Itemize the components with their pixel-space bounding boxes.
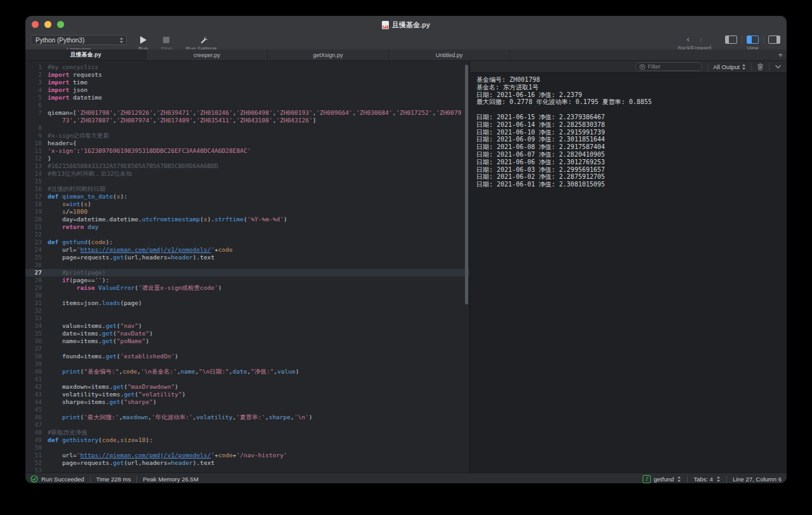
editor-scrollbar[interactable]	[465, 65, 468, 304]
view-left-panel-button[interactable]	[725, 36, 737, 44]
code-line[interactable]: 18 s=int(s)	[25, 200, 469, 208]
code-line[interactable]: 16#且慢的时间戳转日期	[25, 185, 469, 193]
code-line[interactable]: 8	[25, 124, 469, 132]
toolbar: Python (Python3) Language Run Stop	[25, 34, 787, 49]
code-line[interactable]: 31 items=json.loads(page)	[25, 299, 469, 307]
code-line[interactable]: 24 url='https://qieman.com/pmdj/v1/pomod…	[25, 246, 469, 254]
line-number: 53	[25, 467, 48, 473]
code-line[interactable]: 48#获取历史净值	[25, 429, 469, 436]
code-line[interactable]: 29 raise ValueError('请设置x-sign或检查code')	[25, 284, 469, 292]
code-line[interactable]: 14#前13位为时间戳，后32位未知	[25, 170, 469, 178]
code-line[interactable]: 49def gethistory(code,size=10):	[25, 436, 469, 444]
code-line[interactable]: 2import requests	[25, 71, 469, 79]
code-line[interactable]: 6	[25, 101, 469, 109]
code-line[interactable]: 1#by concyclics	[25, 63, 469, 71]
code-line[interactable]: 3import time	[25, 79, 469, 86]
code-line[interactable]: 11'x-sign':'1623897696198395318DDBC26EFC…	[25, 147, 469, 155]
code-text: import time	[48, 79, 469, 86]
code-line[interactable]: 5import datetime	[25, 94, 469, 101]
code-line[interactable]: 41	[25, 375, 469, 383]
code-line[interactable]: 36 name=items.get("poName")	[25, 337, 469, 345]
tab-creeper.py[interactable]: creeper.py	[147, 49, 268, 60]
code-line[interactable]: 15	[25, 178, 469, 185]
status-bar: Run Succeeded Time 228 ms Peak Memory 26…	[25, 473, 787, 483]
line-number: 37	[25, 345, 48, 353]
function-selector[interactable]: f getfund	[643, 475, 682, 483]
code-editor[interactable]: 1#by concyclics2import requests3import t…	[25, 61, 469, 473]
code-line[interactable]: 37	[25, 345, 469, 353]
tab-且慢基金.py[interactable]: 且慢基金.py	[25, 49, 147, 60]
code-line[interactable]: 32	[25, 307, 469, 315]
minimize-window-button[interactable]	[44, 21, 51, 28]
code-line[interactable]: 23def getfund(code):	[25, 238, 469, 246]
code-line[interactable]: 25 page=requests.get(url,headers=header)…	[25, 254, 469, 261]
collapse-panel-button[interactable]	[775, 64, 782, 69]
language-select[interactable]: Python (Python3)	[30, 35, 127, 45]
code-line[interactable]: 4import json	[25, 86, 469, 94]
code-text: #获取历史净值	[48, 429, 469, 436]
code-line[interactable]: 7qieman=['ZH001798','ZH012926','ZH039471…	[25, 109, 469, 124]
code-line[interactable]: 40 print("基金编号:",code,'\n基金名:',name,"\n日…	[25, 368, 469, 375]
code-line[interactable]: 50	[25, 444, 469, 452]
code-line[interactable]: 30	[25, 292, 469, 299]
code-line[interactable]: 28 if(page==''):	[25, 277, 469, 284]
code-line[interactable]: 42 maxdown=items.get("maxDrawdown")	[25, 383, 469, 391]
title-bar[interactable]: PY 且慢基金.py	[25, 16, 787, 34]
code-line[interactable]: 19 s/=1000	[25, 208, 469, 216]
output-console[interactable]: 基金编号: ZH001798基金名: 东方进取1号日期: 2021-06-16 …	[470, 73, 787, 473]
code-line[interactable]: 38 found=items.get('establishedOn')	[25, 353, 469, 360]
tab-Untitled.py[interactable]: Untitled.py	[389, 49, 510, 60]
zoom-window-button[interactable]	[57, 21, 64, 28]
run-button[interactable]	[140, 36, 147, 44]
code-text	[48, 375, 469, 383]
output-line: 日期: 2021-06-08 净值: 2.2917587404	[476, 143, 787, 151]
code-line[interactable]: 26	[25, 261, 469, 269]
code-line[interactable]: 20 day=datetime.datetime.utcfromtimestam…	[25, 216, 469, 223]
tab-bar: 且慢基金.pycreeper.pygetXsign.pyUntitled.py …	[25, 49, 787, 61]
code-line[interactable]: 33	[25, 315, 469, 322]
code-text: def getfund(code):	[48, 238, 469, 246]
code-text: #前13位为时间戳，后32位未知	[48, 170, 469, 178]
code-line[interactable]: 12}	[25, 155, 469, 162]
clear-output-button[interactable]	[757, 63, 764, 70]
divider	[726, 476, 727, 483]
output-scope-select[interactable]: All Output	[713, 63, 746, 70]
code-line[interactable]: 43 volatility=items.get("volatility")	[25, 391, 469, 398]
code-text	[48, 292, 469, 299]
code-line[interactable]: 39	[25, 360, 469, 368]
code-line[interactable]: 46 print('最大回撤:',maxdown,'年化波动率:',volati…	[25, 414, 469, 421]
line-number: 34	[25, 322, 48, 330]
output-line: 最大回撤: 0.2778 年化波动率: 0.1795 夏普率: 0.8855	[476, 98, 787, 106]
code-line[interactable]: 45	[25, 406, 469, 414]
filter-icon	[639, 64, 645, 70]
stop-icon	[163, 37, 169, 43]
new-tab-button[interactable]: +	[778, 50, 783, 60]
output-line: 日期: 2021-06-03 净值: 2.2995691657	[476, 166, 787, 174]
code-line[interactable]: 52 page=requests.get(url,headers=header)…	[25, 459, 469, 467]
code-line[interactable]: 17def qieman_to_date(s):	[25, 193, 469, 200]
code-line[interactable]: 53	[25, 467, 469, 473]
code-line[interactable]: 47	[25, 421, 469, 429]
close-window-button[interactable]	[32, 21, 39, 28]
filter-input[interactable]: Filter	[635, 62, 702, 71]
line-number: 52	[25, 459, 48, 467]
code-line[interactable]: 51 url='https://qieman.com/pmdj/v1/pomod…	[25, 452, 469, 459]
code-line[interactable]: 9#x-sign记得每天更新	[25, 132, 469, 140]
code-line[interactable]: 35 date=items.get("navDate")	[25, 330, 469, 337]
view-split-panel-button[interactable]	[747, 36, 759, 44]
code-line[interactable]: 34 value=items.get("nav")	[25, 322, 469, 330]
line-number: 46	[25, 414, 48, 421]
tab-size-selector[interactable]: Tabs: 4	[693, 476, 721, 483]
code-line[interactable]: 44 sharpe=items.get("sharpe")	[25, 398, 469, 406]
code-line[interactable]: 13#1621566508433J32A579E8505A7B5A7BB5CB6…	[25, 162, 469, 170]
code-text: date=items.get("navDate")	[48, 330, 469, 337]
run-settings-button[interactable]	[200, 36, 207, 44]
line-number: 38	[25, 353, 48, 360]
code-line[interactable]: 22	[25, 231, 469, 238]
tab-getXsign.py[interactable]: getXsign.py	[268, 49, 389, 60]
code-line[interactable]: 10header={	[25, 140, 469, 147]
view-right-panel-button[interactable]	[768, 36, 780, 44]
code-line-current[interactable]: 27 #print(page)	[25, 269, 469, 277]
code-line[interactable]: 21 return day	[25, 223, 469, 231]
back-button[interactable]: ‹	[687, 36, 690, 43]
